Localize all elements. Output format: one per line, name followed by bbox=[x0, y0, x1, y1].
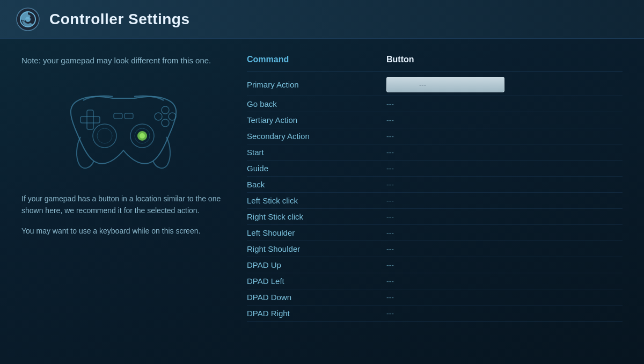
svg-point-13 bbox=[162, 119, 169, 127]
table-row[interactable]: Primary Action--- bbox=[247, 74, 623, 96]
table-row[interactable]: Left Shoulder--- bbox=[247, 225, 623, 241]
svg-rect-10 bbox=[80, 117, 100, 123]
table-row[interactable]: DPAD Left--- bbox=[247, 273, 623, 289]
info-text-2: You may want to use a keyboard while on … bbox=[21, 225, 225, 237]
table-row[interactable]: Right Shoulder--- bbox=[247, 241, 623, 257]
command-label: Back bbox=[247, 180, 386, 189]
header: Controller Settings bbox=[0, 0, 644, 39]
column-header-button: Button bbox=[386, 55, 623, 64]
command-label: DPAD Down bbox=[247, 293, 386, 302]
svg-point-2 bbox=[25, 17, 31, 22]
gamepad-illustration bbox=[48, 78, 199, 180]
steam-logo-icon bbox=[16, 8, 40, 31]
page-title: Controller Settings bbox=[49, 11, 190, 28]
svg-point-11 bbox=[155, 113, 162, 120]
button-value: --- bbox=[386, 164, 394, 173]
button-assignment-box[interactable]: --- bbox=[386, 77, 504, 92]
svg-rect-9 bbox=[87, 110, 93, 129]
command-label: Start bbox=[247, 148, 386, 157]
svg-point-12 bbox=[162, 106, 169, 114]
button-value: --- bbox=[386, 229, 394, 237]
command-label: DPAD Left bbox=[247, 276, 386, 286]
command-label: Tertiary Action bbox=[247, 115, 386, 125]
svg-point-3 bbox=[93, 124, 116, 148]
button-value: --- bbox=[386, 277, 394, 286]
table-row[interactable]: DPAD Right--- bbox=[247, 305, 623, 322]
table-row[interactable]: Go back--- bbox=[247, 96, 623, 112]
button-value[interactable]: --- bbox=[386, 77, 504, 92]
table-row[interactable]: Start--- bbox=[247, 144, 623, 161]
command-label: Right Shoulder bbox=[247, 244, 386, 253]
command-table: Primary Action---Go back---Tertiary Acti… bbox=[247, 74, 623, 322]
command-label: Right Stick click bbox=[247, 212, 386, 221]
table-row[interactable]: Left Stick click--- bbox=[247, 193, 623, 209]
button-value: --- bbox=[386, 132, 394, 141]
button-value: --- bbox=[386, 148, 394, 157]
left-panel: Note: your gamepad may look different fr… bbox=[21, 55, 247, 348]
command-label: Guide bbox=[247, 164, 386, 173]
button-value: --- bbox=[386, 245, 394, 253]
table-row[interactable]: Tertiary Action--- bbox=[247, 112, 623, 128]
command-label: Primary Action bbox=[247, 80, 386, 89]
button-value: --- bbox=[386, 261, 394, 270]
svg-point-14 bbox=[169, 113, 176, 120]
svg-point-8 bbox=[140, 133, 145, 139]
command-label: Left Shoulder bbox=[247, 228, 386, 237]
button-value: --- bbox=[386, 213, 394, 221]
button-value: --- bbox=[386, 180, 394, 189]
button-value: --- bbox=[386, 293, 394, 302]
table-row[interactable]: Secondary Action--- bbox=[247, 128, 623, 144]
table-row[interactable]: DPAD Down--- bbox=[247, 289, 623, 305]
svg-rect-15 bbox=[114, 113, 122, 119]
command-label: Go back bbox=[247, 99, 386, 108]
command-label: Secondary Action bbox=[247, 132, 386, 141]
svg-point-4 bbox=[97, 128, 112, 143]
button-value: --- bbox=[386, 309, 394, 318]
button-value: --- bbox=[386, 100, 394, 108]
button-value: --- bbox=[386, 196, 394, 205]
command-label: Left Stick click bbox=[247, 196, 386, 205]
right-panel: Command Button Primary Action---Go back-… bbox=[247, 55, 623, 348]
table-row[interactable]: Guide--- bbox=[247, 161, 623, 177]
button-value: --- bbox=[386, 116, 394, 125]
main-content: Note: your gamepad may look different fr… bbox=[0, 39, 644, 364]
info-text-1: If your gamepad has a button in a locati… bbox=[21, 193, 225, 217]
table-row[interactable]: DPAD Up--- bbox=[247, 257, 623, 273]
command-label: DPAD Up bbox=[247, 260, 386, 270]
column-header-command: Command bbox=[247, 55, 386, 64]
table-row[interactable]: Right Stick click--- bbox=[247, 209, 623, 225]
svg-rect-16 bbox=[125, 113, 133, 119]
command-label: DPAD Right bbox=[247, 309, 386, 318]
table-header: Command Button bbox=[247, 55, 623, 71]
table-row[interactable]: Back--- bbox=[247, 177, 623, 193]
note-text: Note: your gamepad may look different fr… bbox=[21, 55, 225, 67]
